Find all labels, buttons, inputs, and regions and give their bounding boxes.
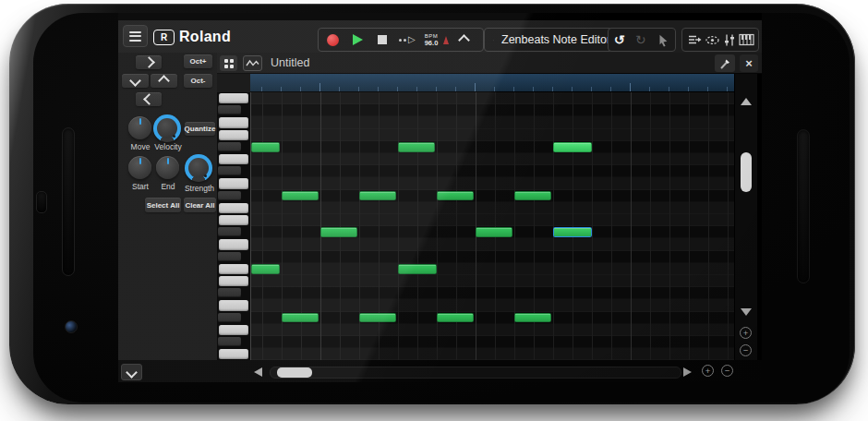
nudge-down-button[interactable]	[136, 92, 162, 106]
move-knob[interactable]	[128, 116, 151, 139]
chevron-left-icon	[129, 75, 141, 87]
ruler-tick	[281, 87, 282, 91]
grid-row	[251, 299, 734, 311]
transport-expand-button[interactable]	[458, 34, 470, 46]
piano-key-black[interactable]	[218, 191, 241, 200]
nudge-up-button[interactable]	[136, 55, 162, 69]
bpm-display[interactable]: BPM 96.0	[425, 33, 439, 47]
auto-scroll-icon[interactable]	[687, 33, 702, 46]
midi-note[interactable]	[437, 313, 474, 323]
vertical-scrollbar-thumb[interactable]	[741, 152, 752, 192]
grid-row	[251, 116, 734, 128]
cursor-tool-button[interactable]	[657, 33, 669, 47]
midi-note[interactable]	[282, 313, 319, 323]
piano-key-black[interactable]	[218, 288, 241, 297]
stop-button[interactable]	[378, 35, 387, 44]
zoom-out-horizontal-button[interactable]: −	[721, 365, 733, 377]
folder-icon[interactable]	[493, 34, 494, 46]
piano-key-white[interactable]	[219, 264, 248, 274]
magic-wand-button[interactable]	[715, 54, 735, 72]
midi-note[interactable]	[514, 313, 551, 323]
zoom-in-vertical-button[interactable]: +	[740, 327, 752, 339]
grid-row	[251, 153, 734, 165]
scroll-down-button[interactable]	[741, 308, 752, 316]
grid-line	[573, 92, 573, 360]
piano-roll-grid[interactable]	[250, 92, 734, 360]
midi-note[interactable]	[476, 227, 512, 237]
ruler-tick	[494, 87, 495, 91]
nudge-left-button[interactable]	[122, 74, 149, 88]
timeline-ruler[interactable]	[250, 74, 734, 92]
select-all-button[interactable]: Select All	[145, 198, 181, 212]
horizontal-scrollbar-thumb[interactable]	[277, 367, 312, 378]
piano-key-black[interactable]	[218, 227, 241, 236]
midi-note[interactable]	[282, 191, 319, 201]
play-button[interactable]	[353, 34, 363, 45]
horizontal-scrollbar-track[interactable]	[270, 367, 681, 379]
back-button[interactable]	[121, 364, 142, 380]
scroll-right-button[interactable]	[683, 367, 692, 377]
end-knob[interactable]	[156, 156, 179, 179]
midi-note[interactable]	[398, 264, 437, 274]
piano-key-white[interactable]	[219, 178, 248, 188]
piano-key-white[interactable]	[219, 325, 248, 335]
grid-row	[251, 141, 734, 153]
piano-key-white[interactable]	[219, 203, 248, 213]
scroll-left-button[interactable]	[254, 367, 262, 377]
sliders-icon[interactable]	[723, 33, 736, 47]
nudge-right-button[interactable]	[151, 74, 177, 88]
chevron-down-icon	[143, 93, 155, 105]
undo-button[interactable]: ↺	[614, 33, 625, 46]
piano-key-black[interactable]	[218, 142, 241, 151]
piano-key-black[interactable]	[218, 337, 241, 346]
midi-note[interactable]	[398, 142, 435, 152]
midi-note[interactable]	[359, 191, 396, 201]
midi-note[interactable]	[437, 191, 474, 201]
piano-key-white[interactable]	[219, 130, 248, 140]
menu-button[interactable]	[123, 25, 148, 47]
midi-note[interactable]	[359, 313, 396, 323]
midi-note[interactable]	[320, 227, 357, 237]
piano-key-white[interactable]	[219, 215, 248, 225]
midi-note[interactable]	[251, 142, 280, 152]
piano-key-white[interactable]	[219, 93, 248, 103]
grid-row	[251, 165, 734, 177]
follow-playhead-button[interactable]: ▷	[399, 35, 416, 44]
quantize-button[interactable]: Quantize	[185, 122, 215, 136]
piano-key-white[interactable]	[219, 154, 248, 164]
bpm-label: BPM	[425, 33, 439, 39]
midi-note-selected[interactable]	[553, 227, 592, 237]
speaker-grille-left	[62, 127, 75, 276]
midi-note[interactable]	[553, 142, 592, 152]
velocity-knob[interactable]	[153, 114, 181, 142]
zoom-in-horizontal-button[interactable]: +	[702, 365, 714, 377]
piano-key-white[interactable]	[219, 117, 248, 127]
start-knob[interactable]	[128, 156, 151, 179]
piano-key-white[interactable]	[219, 349, 248, 359]
piano-key-black[interactable]	[218, 252, 241, 261]
piano-key-black[interactable]	[218, 105, 241, 114]
piano-key-black[interactable]	[218, 313, 241, 322]
clear-all-button[interactable]: Clear All	[184, 198, 216, 212]
grid-row	[251, 177, 734, 189]
piano-key-white[interactable]	[219, 300, 248, 310]
ruler-tick	[475, 83, 476, 91]
strength-knob[interactable]	[185, 154, 212, 182]
close-editor-button[interactable]: ×	[740, 54, 758, 72]
visibility-eye-icon[interactable]	[705, 34, 720, 46]
midi-note[interactable]	[514, 191, 551, 201]
clip-type-button[interactable]	[243, 55, 262, 71]
scroll-up-button[interactable]	[741, 98, 752, 105]
grid-view-button[interactable]	[220, 55, 237, 71]
octave-up-button[interactable]: Oct+	[184, 54, 212, 68]
zoom-out-vertical-button[interactable]: −	[740, 344, 752, 356]
piano-key-white[interactable]	[219, 276, 248, 286]
piano-key-black[interactable]	[218, 166, 241, 175]
octave-down-button[interactable]: Oct-	[184, 74, 212, 88]
record-button[interactable]	[327, 34, 339, 46]
metronome-icon[interactable]	[443, 36, 449, 44]
redo-button[interactable]: ↻	[635, 33, 646, 46]
piano-keyboard-icon[interactable]	[739, 33, 754, 46]
midi-note[interactable]	[251, 264, 280, 274]
piano-key-white[interactable]	[219, 239, 248, 249]
